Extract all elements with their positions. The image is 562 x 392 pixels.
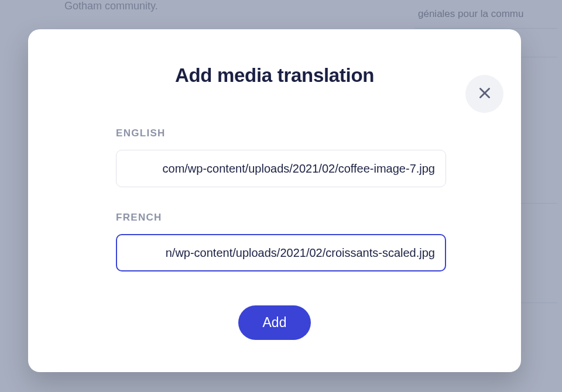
field-group-english: ENGLISH xyxy=(116,128,433,187)
add-button[interactable]: Add xyxy=(238,305,311,340)
media-translation-modal: Add media translation ENGLISH FRENCH Add xyxy=(28,29,521,372)
close-icon xyxy=(477,85,492,102)
modal-title: Add media translation xyxy=(116,64,433,87)
french-url-input[interactable] xyxy=(116,234,446,271)
close-button[interactable] xyxy=(465,75,503,113)
field-group-french: FRENCH xyxy=(116,212,433,271)
french-label: FRENCH xyxy=(116,212,433,223)
english-url-input[interactable] xyxy=(116,150,446,187)
english-label: ENGLISH xyxy=(116,128,433,139)
